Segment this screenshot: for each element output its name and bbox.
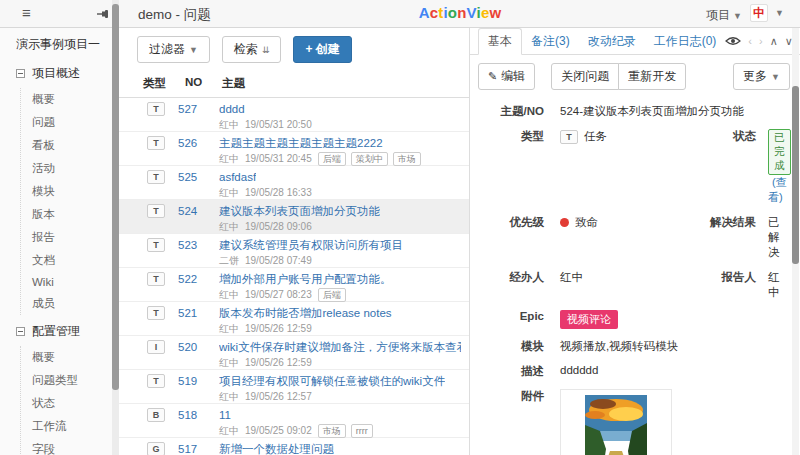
issue-no-link[interactable]: 521	[178, 307, 206, 319]
detail-tab-基本[interactable]: 基本	[478, 28, 522, 55]
issue-row[interactable]: G 517 新增一个数据处理问题 四条 19/05/23 17:01	[119, 438, 469, 455]
scrollbar-thumb[interactable]	[792, 86, 799, 264]
issue-no-link[interactable]: 518	[178, 409, 206, 421]
issue-no-link[interactable]: 519	[178, 375, 206, 387]
detail-tab-改动纪录[interactable]: 改动纪录	[579, 29, 645, 54]
issue-row[interactable]: T 526 主题主题主题主题主题主题2222 红中 19/05/31 20:45…	[119, 132, 469, 166]
sidebar-section-header[interactable]: 配置管理	[16, 323, 112, 340]
issue-title-link[interactable]: 建议系统管理员有权限访问所有项目	[219, 238, 403, 253]
sidebar-item-活动[interactable]: 活动	[32, 157, 112, 180]
issue-title-link[interactable]: 项目经理有权限可解锁任意被锁住的wiki文件	[219, 374, 445, 389]
collapse-minus-icon[interactable]	[16, 69, 25, 78]
issue-time: 19/05/26 12:59	[245, 323, 312, 334]
issue-row[interactable]: T 522 增加外部用户账号用户配置功能。 红中 19/05/27 08:23 …	[119, 268, 469, 302]
issue-row[interactable]: B 518 11 红中 19/05/25 09:02 市场rrrr	[119, 404, 469, 438]
sidebar-item-概要[interactable]: 概要	[32, 88, 112, 111]
detail-tab-icons: ‹ › ∧ ∨ ×	[725, 35, 800, 54]
view-workflow-link[interactable]: (查看)	[768, 176, 787, 203]
sidebar-item-文档[interactable]: 文档	[32, 249, 112, 272]
edit-button[interactable]: ✎编辑	[478, 63, 535, 90]
issue-row[interactable]: T 521 版本发布时能否增加release notes 红中 19/05/26…	[119, 302, 469, 336]
issue-row[interactable]: T 525 asfdasf 红中 19/05/28 16:33	[119, 166, 469, 200]
issue-no-link[interactable]: 520	[178, 341, 206, 353]
sidebar-item-版本[interactable]: 版本	[32, 203, 112, 226]
issue-row[interactable]: T 527 dddd 红中 19/05/31 20:50	[119, 98, 469, 132]
next-icon[interactable]: ›	[759, 36, 763, 47]
sidebar-section-items: 概要问题类型状态工作流字段界面优先级解决结果角色权限通知事件	[20, 346, 112, 455]
issue-no-link[interactable]: 527	[178, 103, 206, 115]
issue-no-link[interactable]: 523	[178, 239, 206, 251]
sidebar-scrollbar[interactable]	[112, 0, 119, 455]
logo-letter: o	[448, 4, 457, 21]
field-label: 报告人	[676, 270, 756, 285]
sidebar-item-工作流[interactable]: 工作流	[32, 415, 112, 438]
field-label: 模块	[470, 339, 544, 354]
sidebar-item-成员[interactable]: 成员	[32, 292, 112, 315]
sidebar-item-概要[interactable]: 概要	[32, 346, 112, 369]
sidebar-item-Wiki[interactable]: Wiki	[32, 272, 112, 292]
sidebar-item-问题类型[interactable]: 问题类型	[32, 369, 112, 392]
issue-type-badge: T	[147, 306, 165, 320]
issue-no-link[interactable]: 524	[178, 205, 206, 217]
sidebar-section-label: 配置管理	[32, 323, 80, 340]
sidebar-item-报告[interactable]: 报告	[32, 226, 112, 249]
reopen-button[interactable]: 重新开发	[618, 63, 686, 90]
create-button[interactable]: + 创建	[293, 36, 351, 63]
issue-title-link[interactable]: 主题主题主题主题主题主题2222	[219, 136, 383, 151]
issue-no-link[interactable]: 522	[178, 273, 206, 285]
issue-row[interactable]: T 523 建议系统管理员有权限访问所有项目 二饼 19/05/28 07:49	[119, 234, 469, 268]
sidebar-item-字段[interactable]: 字段	[32, 438, 112, 455]
scrollbar-thumb[interactable]	[112, 4, 119, 390]
detail-scrollbar[interactable]	[792, 28, 799, 455]
sidebar-item-看板[interactable]: 看板	[32, 134, 112, 157]
issue-title-link[interactable]: 建议版本列表页面增加分页功能	[219, 204, 380, 219]
project-menu-button[interactable]: 项目▼	[706, 7, 742, 24]
attachment-thumbnail[interactable]: IMG_0012.JPG	[560, 389, 672, 455]
state-badge: 已完成	[768, 129, 791, 175]
sidebar-item-问题[interactable]: 问题	[32, 111, 112, 134]
reporter-value: 红中	[768, 270, 790, 300]
issue-time: 19/05/28 07:49	[245, 255, 312, 266]
search-button[interactable]: 检索⇊	[222, 36, 282, 63]
up-icon[interactable]: ∧	[770, 36, 778, 47]
issue-title-link[interactable]: asfdasf	[219, 171, 256, 183]
issue-row[interactable]: T 519 项目经理有权限可解锁任意被锁住的wiki文件 红中 19/05/26…	[119, 370, 469, 404]
issue-assignee: 红中	[219, 390, 239, 404]
issue-no-link[interactable]: 517	[178, 443, 206, 455]
user-avatar-menu[interactable]: 中 ▼	[750, 4, 784, 22]
issue-row[interactable]: T 524 建议版本列表页面增加分页功能 红中 19/05/28 09:06	[119, 200, 469, 234]
sidebar-item-状态[interactable]: 状态	[32, 392, 112, 415]
issue-title-link[interactable]: 版本发布时能否增加release notes	[219, 306, 392, 321]
prev-icon[interactable]: ‹	[748, 36, 752, 47]
issue-no-link[interactable]: 526	[178, 137, 206, 149]
pin-icon[interactable]	[96, 7, 110, 25]
issue-title-link[interactable]: 11	[219, 409, 231, 421]
issue-title-link[interactable]: wiki文件保存时建议增加备注，方便将来版本查看	[219, 340, 461, 355]
detail-tab-备注(3)[interactable]: 备注(3)	[522, 29, 579, 54]
more-button[interactable]: 更多▼	[733, 63, 790, 90]
priority-value: 致命	[560, 215, 676, 230]
issue-no-link[interactable]: 525	[178, 171, 206, 183]
issue-row[interactable]: I 520 wiki文件保存时建议增加备注，方便将来版本查看 红中 19/05/…	[119, 336, 469, 370]
sidebar-section: 项目概述 概要问题看板活动模块版本报告文档Wiki成员	[16, 65, 112, 315]
field-label: 类型	[470, 129, 544, 144]
issue-type-badge: T	[147, 170, 165, 184]
close-issue-button[interactable]: 关闭问题	[551, 63, 619, 90]
issue-title-link[interactable]: 新增一个数据处理问题	[219, 442, 334, 455]
logo-letter: A	[419, 4, 430, 21]
actionview-logo[interactable]: ActionView	[419, 4, 502, 21]
issue-title-link[interactable]: dddd	[219, 103, 245, 115]
detail-tab-工作日志(0)[interactable]: 工作日志(0)	[645, 29, 726, 54]
field-label: 解决结果	[676, 215, 756, 230]
collapse-minus-icon[interactable]	[16, 327, 25, 336]
sidebar-item-模块[interactable]: 模块	[32, 180, 112, 203]
module-value: 视频播放,视频转码模块	[560, 339, 678, 354]
topbar: ≡ demo - 问题 ActionView 项目▼ 中 ▼	[0, 0, 800, 28]
epic-badge[interactable]: 视频评论	[560, 310, 618, 329]
filter-button[interactable]: 过滤器▼	[137, 36, 210, 63]
issue-title-link[interactable]: 增加外部用户账号用户配置功能。	[219, 272, 392, 287]
sidebar-section-header[interactable]: 项目概述	[16, 65, 112, 82]
menu-icon[interactable]: ≡	[22, 4, 31, 21]
issue-tag: 后端	[318, 152, 346, 166]
watch-eye-icon[interactable]	[725, 36, 741, 48]
